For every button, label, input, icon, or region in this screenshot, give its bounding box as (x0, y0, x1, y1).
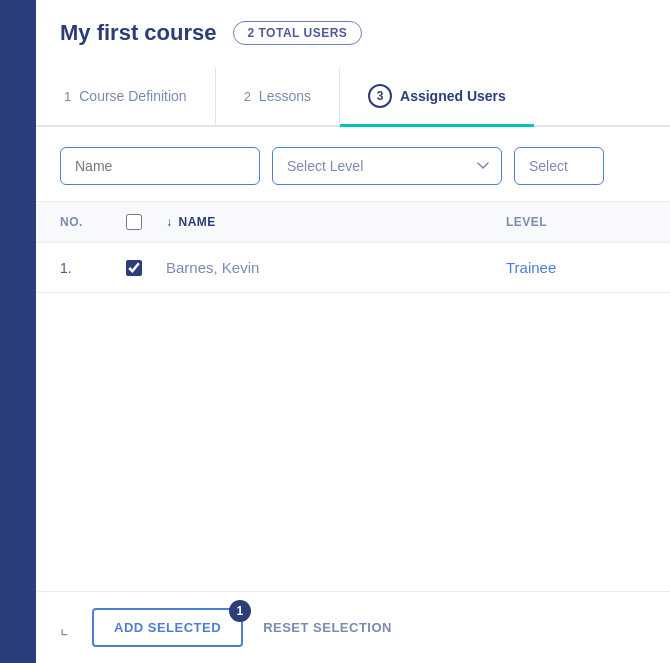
select-all-checkbox[interactable] (126, 214, 142, 230)
row-user-name: Barnes, Kevin (166, 259, 490, 276)
sidebar (0, 0, 36, 663)
bracket-icon: ⌞ (60, 617, 68, 639)
total-users-badge: 2 TOTAL USERS (233, 21, 363, 45)
tab-assigned-users[interactable]: 3 Assigned Users (340, 68, 534, 127)
main-content: My first course 2 TOTAL USERS 1 Course D… (36, 0, 670, 663)
col-header-no: NO. (60, 215, 110, 229)
tab-1-number: 1 (64, 89, 71, 104)
name-filter-input[interactable] (60, 147, 260, 185)
col-header-level: LEVEL (506, 215, 646, 229)
select-filter-select[interactable]: Select (514, 147, 604, 185)
row-number: 1. (60, 260, 110, 276)
table-row: 1. Barnes, Kevin Trainee (36, 243, 670, 293)
reset-selection-button[interactable]: RESET SELECTION (263, 620, 392, 635)
course-title: My first course (60, 20, 217, 46)
tab-1-label: Course Definition (79, 88, 186, 104)
col-header-name[interactable]: ↓ NAME (166, 215, 490, 229)
row-user-level: Trainee (506, 259, 646, 276)
row-checkbox-container[interactable] (126, 260, 150, 276)
header: My first course 2 TOTAL USERS (36, 0, 670, 56)
selected-count-badge: 1 (229, 600, 251, 622)
tab-2-number: 2 (244, 89, 251, 104)
action-bar: ⌞ ADD SELECTED 1 RESET SELECTION (36, 591, 670, 663)
row-checkbox[interactable] (126, 260, 142, 276)
page-wrapper: My first course 2 TOTAL USERS 1 Course D… (0, 0, 670, 663)
tab-3-label: Assigned Users (400, 88, 506, 104)
sort-down-icon: ↓ (166, 215, 173, 229)
tab-2-label: Lessons (259, 88, 311, 104)
level-filter-select[interactable]: Select Level Trainee Beginner Advanced (272, 147, 502, 185)
tab-course-definition[interactable]: 1 Course Definition (36, 68, 216, 127)
add-selected-button[interactable]: ADD SELECTED 1 (92, 608, 243, 647)
tab-3-number: 3 (368, 84, 392, 108)
tab-lessons[interactable]: 2 Lessons (216, 68, 340, 127)
select-all-checkbox-container[interactable] (126, 214, 150, 230)
table-header: NO. ↓ NAME LEVEL (36, 201, 670, 243)
tabs-container: 1 Course Definition 2 Lessons 3 Assigned… (36, 66, 670, 127)
filter-row: Select Level Trainee Beginner Advanced S… (36, 127, 670, 201)
table-area: NO. ↓ NAME LEVEL 1. Barnes, Kevin Traine… (36, 201, 670, 591)
